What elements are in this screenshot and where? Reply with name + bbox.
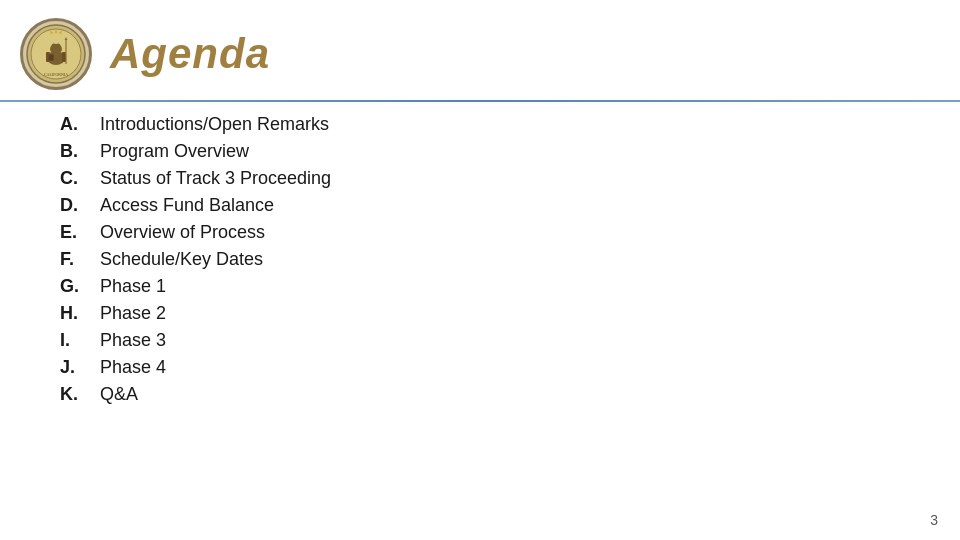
list-item: C. Status of Track 3 Proceeding bbox=[60, 168, 900, 189]
list-item: E. Overview of Process bbox=[60, 222, 900, 243]
list-item: H. Phase 2 bbox=[60, 303, 900, 324]
item-letter-j: J. bbox=[60, 357, 100, 378]
header: CALIFORNIA Agenda bbox=[0, 0, 960, 100]
title-area: Agenda bbox=[110, 33, 930, 75]
item-text-f: Schedule/Key Dates bbox=[100, 249, 263, 270]
list-item: G. Phase 1 bbox=[60, 276, 900, 297]
item-letter-h: H. bbox=[60, 303, 100, 324]
item-letter-e: E. bbox=[60, 222, 100, 243]
item-text-g: Phase 1 bbox=[100, 276, 166, 297]
list-item: D. Access Fund Balance bbox=[60, 195, 900, 216]
item-letter-f: F. bbox=[60, 249, 100, 270]
item-text-h: Phase 2 bbox=[100, 303, 166, 324]
item-letter-k: K. bbox=[60, 384, 100, 405]
item-letter-i: I. bbox=[60, 330, 100, 351]
page-title: Agenda bbox=[110, 33, 930, 75]
item-text-a: Introductions/Open Remarks bbox=[100, 114, 329, 135]
item-text-e: Overview of Process bbox=[100, 222, 265, 243]
list-item: F. Schedule/Key Dates bbox=[60, 249, 900, 270]
list-item: B. Program Overview bbox=[60, 141, 900, 162]
item-text-b: Program Overview bbox=[100, 141, 249, 162]
item-letter-d: D. bbox=[60, 195, 100, 216]
svg-text:CALIFORNIA: CALIFORNIA bbox=[44, 72, 68, 77]
item-letter-c: C. bbox=[60, 168, 100, 189]
item-text-d: Access Fund Balance bbox=[100, 195, 274, 216]
item-text-i: Phase 3 bbox=[100, 330, 166, 351]
item-letter-g: G. bbox=[60, 276, 100, 297]
item-text-k: Q&A bbox=[100, 384, 138, 405]
item-text-j: Phase 4 bbox=[100, 357, 166, 378]
page-number: 3 bbox=[930, 512, 938, 528]
svg-rect-11 bbox=[48, 54, 54, 61]
svg-point-5 bbox=[56, 44, 61, 49]
list-item: I. Phase 3 bbox=[60, 330, 900, 351]
divider-line bbox=[0, 100, 960, 102]
item-text-c: Status of Track 3 Proceeding bbox=[100, 168, 331, 189]
list-item: J. Phase 4 bbox=[60, 357, 900, 378]
item-letter-a: A. bbox=[60, 114, 100, 135]
item-letter-b: B. bbox=[60, 141, 100, 162]
seal-logo: CALIFORNIA bbox=[20, 18, 92, 90]
agenda-content: A. Introductions/Open Remarks B. Program… bbox=[0, 110, 960, 421]
list-item: K. Q&A bbox=[60, 384, 900, 405]
list-item: A. Introductions/Open Remarks bbox=[60, 114, 900, 135]
slide: CALIFORNIA Agenda A. Introductions/Open … bbox=[0, 0, 960, 540]
